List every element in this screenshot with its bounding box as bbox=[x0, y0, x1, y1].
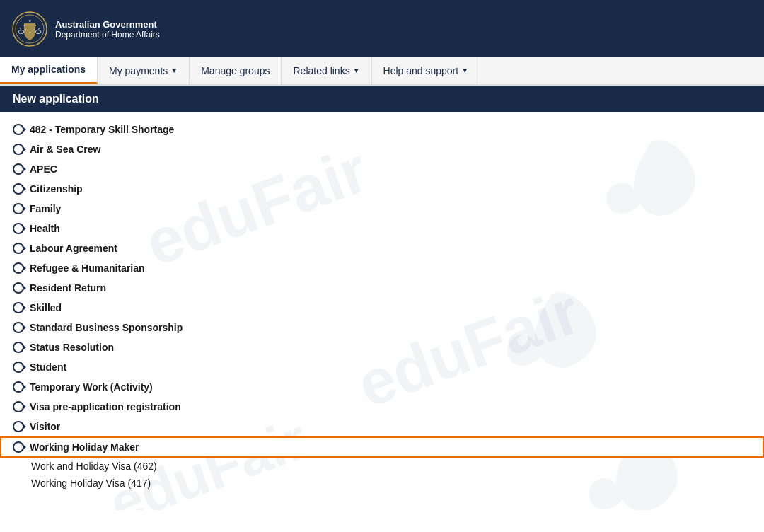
app-item-visitor[interactable]: Visitor bbox=[0, 417, 764, 436]
app-item-482[interactable]: 482 - Temporary Skill Shortage bbox=[0, 120, 764, 139]
app-label-skilled: Skilled bbox=[30, 302, 62, 313]
app-item-labour[interactable]: Labour Agreement bbox=[0, 238, 764, 258]
main-nav: My applications My payments ▼ Manage gro… bbox=[0, 57, 764, 86]
app-item-citizenship[interactable]: Citizenship bbox=[0, 179, 764, 199]
app-label-apec: APEC bbox=[30, 163, 57, 175]
nav-manage-groups[interactable]: Manage groups bbox=[190, 57, 282, 84]
main-content: eduFair eduFair eduFair New application … bbox=[0, 86, 764, 510]
expand-icon-visa-pre bbox=[13, 401, 24, 412]
app-label-temp-work: Temporary Work (Activity) bbox=[30, 381, 153, 393]
app-item-resident[interactable]: Resident Return bbox=[0, 278, 764, 298]
app-item-student[interactable]: Student bbox=[0, 357, 764, 377]
app-label-resident: Resident Return bbox=[30, 282, 106, 294]
sub-item-working-holiday-417[interactable]: Working Holiday Visa (417) bbox=[0, 475, 764, 492]
related-links-dropdown-icon: ▼ bbox=[353, 66, 360, 74]
expand-icon-family bbox=[13, 203, 24, 214]
logo-area: ★ ★ ★ ★ ★ ★ Australian Government Depart… bbox=[11, 11, 160, 47]
app-label-visa-pre: Visa pre-application registration bbox=[30, 401, 181, 412]
sub-item-label-462: Work and Holiday Visa (462) bbox=[31, 461, 157, 472]
nav-my-applications[interactable]: My applications bbox=[0, 57, 98, 84]
app-label-refugee: Refugee & Humanitarian bbox=[30, 262, 145, 274]
svg-text:★: ★ bbox=[25, 28, 27, 31]
expand-icon-citizenship bbox=[13, 183, 24, 195]
expand-icon-health bbox=[13, 223, 24, 234]
app-label-citizenship: Citizenship bbox=[30, 183, 83, 195]
sub-item-label-417: Working Holiday Visa (417) bbox=[31, 478, 151, 489]
app-item-visa-pre[interactable]: Visa pre-application registration bbox=[0, 397, 764, 417]
help-support-dropdown-icon: ▼ bbox=[461, 66, 468, 74]
application-list: 482 - Temporary Skill Shortage Air & Sea… bbox=[0, 112, 764, 499]
app-label-visitor: Visitor bbox=[30, 421, 60, 432]
expand-icon-student bbox=[13, 362, 24, 373]
dept-name: Department of Home Affairs bbox=[55, 30, 160, 40]
my-payments-dropdown-icon: ▼ bbox=[170, 66, 178, 74]
app-item-status[interactable]: Status Resolution bbox=[0, 337, 764, 357]
expand-icon-resident bbox=[13, 282, 24, 294]
expand-icon-482 bbox=[13, 124, 24, 135]
expand-icon-visitor bbox=[13, 421, 24, 432]
expand-icon-sbs bbox=[13, 322, 24, 333]
app-item-air-sea[interactable]: Air & Sea Crew bbox=[0, 139, 764, 159]
svg-text:★: ★ bbox=[29, 31, 31, 34]
nav-help-support-label: Help and support bbox=[383, 65, 459, 76]
nav-my-payments[interactable]: My payments ▼ bbox=[98, 57, 190, 84]
app-item-family[interactable]: Family bbox=[0, 199, 764, 219]
nav-my-applications-label: My applications bbox=[11, 64, 86, 75]
app-item-skilled[interactable]: Skilled bbox=[0, 298, 764, 318]
nav-manage-groups-label: Manage groups bbox=[201, 65, 270, 76]
govt-name: Australian Government bbox=[55, 19, 160, 30]
site-header: ★ ★ ★ ★ ★ ★ Australian Government Depart… bbox=[0, 0, 764, 57]
expand-icon-air-sea bbox=[13, 144, 24, 155]
section-header: New application bbox=[0, 86, 764, 112]
expand-icon-temp-work bbox=[13, 381, 24, 393]
app-label-whm: Working Holiday Maker bbox=[30, 441, 139, 453]
svg-text:★: ★ bbox=[33, 28, 35, 31]
app-item-temp-work[interactable]: Temporary Work (Activity) bbox=[0, 377, 764, 397]
nav-help-support[interactable]: Help and support ▼ bbox=[372, 57, 481, 84]
app-label-sbs: Standard Business Sponsorship bbox=[30, 322, 183, 333]
svg-text:★: ★ bbox=[23, 24, 25, 27]
expand-icon-refugee bbox=[13, 262, 24, 274]
sub-item-work-holiday-462[interactable]: Work and Holiday Visa (462) bbox=[0, 458, 764, 475]
app-label-air-sea: Air & Sea Crew bbox=[30, 144, 100, 155]
app-label-health: Health bbox=[30, 223, 60, 234]
nav-my-payments-label: My payments bbox=[109, 65, 168, 76]
app-label-labour: Labour Agreement bbox=[30, 243, 117, 254]
expand-icon-status bbox=[13, 342, 24, 353]
app-label-student: Student bbox=[30, 362, 66, 373]
app-item-sbs[interactable]: Standard Business Sponsorship bbox=[0, 318, 764, 337]
expand-icon-skilled bbox=[13, 302, 24, 313]
expand-icon-whm bbox=[13, 441, 24, 453]
nav-related-links-label: Related links bbox=[293, 65, 349, 76]
app-item-whm[interactable]: Working Holiday Maker bbox=[0, 436, 764, 458]
coat-of-arms-icon: ★ ★ ★ ★ ★ ★ bbox=[11, 11, 48, 47]
app-label-status: Status Resolution bbox=[30, 342, 114, 353]
app-item-refugee[interactable]: Refugee & Humanitarian bbox=[0, 258, 764, 278]
app-item-apec[interactable]: APEC bbox=[0, 159, 764, 179]
app-item-health[interactable]: Health bbox=[0, 219, 764, 238]
app-label-482: 482 - Temporary Skill Shortage bbox=[30, 124, 174, 135]
section-title: New application bbox=[13, 93, 99, 105]
app-label-family: Family bbox=[30, 203, 61, 214]
expand-icon-labour bbox=[13, 243, 24, 254]
header-title: Australian Government Department of Home… bbox=[55, 19, 160, 40]
svg-text:★: ★ bbox=[35, 24, 37, 27]
expand-icon-apec bbox=[13, 163, 24, 175]
nav-related-links[interactable]: Related links ▼ bbox=[282, 57, 371, 84]
